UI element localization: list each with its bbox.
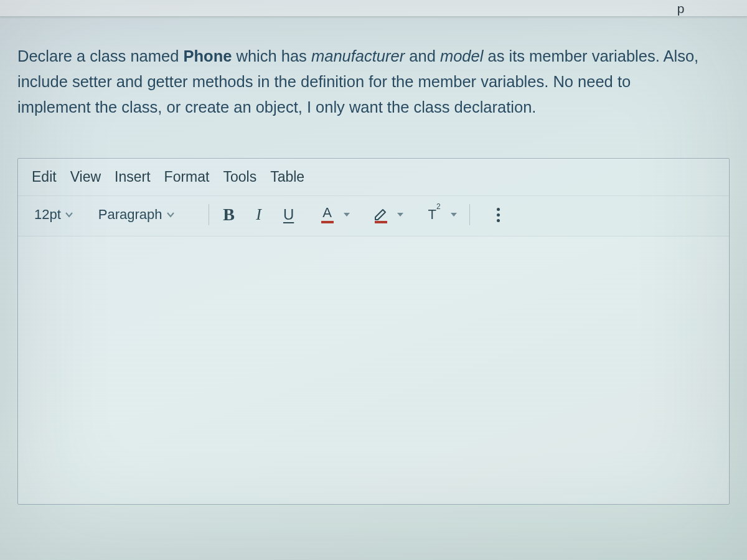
- chrome-text-fragment: p: [677, 1, 685, 16]
- italic-button[interactable]: I: [245, 202, 273, 227]
- more-options-button[interactable]: [485, 202, 512, 227]
- toolbar-separator: [469, 204, 470, 225]
- menu-view[interactable]: View: [70, 169, 101, 185]
- prompt-text: which has: [232, 47, 311, 65]
- prompt-var-model: model: [440, 47, 483, 65]
- prompt-var-manufacturer: manufacturer: [311, 47, 405, 65]
- menu-table[interactable]: Table: [270, 169, 304, 185]
- editor-toolbar: 12pt Paragraph B I U: [18, 195, 729, 236]
- font-size-label: 12pt: [34, 207, 61, 223]
- superscript-icon: T2: [428, 207, 441, 223]
- chevron-down-icon: [65, 210, 73, 219]
- block-format-label: Paragraph: [98, 207, 162, 223]
- text-color-letter: A: [322, 206, 332, 220]
- menu-edit[interactable]: Edit: [32, 169, 57, 185]
- text-color-swatch: [321, 221, 334, 223]
- highlighter-icon: [373, 206, 389, 223]
- italic-icon: I: [256, 205, 261, 224]
- bold-button[interactable]: B: [215, 202, 243, 227]
- toolbar-separator: [209, 204, 209, 225]
- window-chrome-fragment: p: [0, 0, 747, 17]
- question-prompt: Declare a class named Phone which has ma…: [17, 44, 702, 119]
- superscript-button[interactable]: T2: [421, 202, 454, 227]
- highlight-swatch: [375, 221, 387, 223]
- menu-format[interactable]: Format: [164, 169, 210, 185]
- chevron-down-icon: [166, 210, 175, 219]
- prompt-classname: Phone: [183, 47, 232, 65]
- question-container: Declare a class named Phone which has ma…: [0, 25, 747, 560]
- text-color-button[interactable]: A: [314, 202, 347, 227]
- block-format-dropdown[interactable]: Paragraph: [96, 205, 177, 224]
- underline-icon: U: [283, 206, 294, 223]
- highlight-color-button[interactable]: [367, 202, 401, 227]
- menu-tools[interactable]: Tools: [223, 169, 256, 185]
- underline-button[interactable]: U: [275, 202, 303, 227]
- editor-content-area[interactable]: [18, 236, 729, 504]
- bold-icon: B: [223, 205, 235, 225]
- more-vertical-icon: [497, 208, 500, 222]
- menu-insert[interactable]: Insert: [115, 169, 151, 185]
- text-color-icon: A: [321, 206, 334, 223]
- prompt-text: and: [405, 47, 440, 65]
- prompt-text: Declare a class named: [17, 47, 183, 65]
- editor-menubar: Edit View Insert Format Tools Table: [18, 159, 729, 195]
- rich-text-editor: Edit View Insert Format Tools Table 12pt…: [17, 158, 730, 505]
- font-size-dropdown[interactable]: 12pt: [32, 205, 76, 224]
